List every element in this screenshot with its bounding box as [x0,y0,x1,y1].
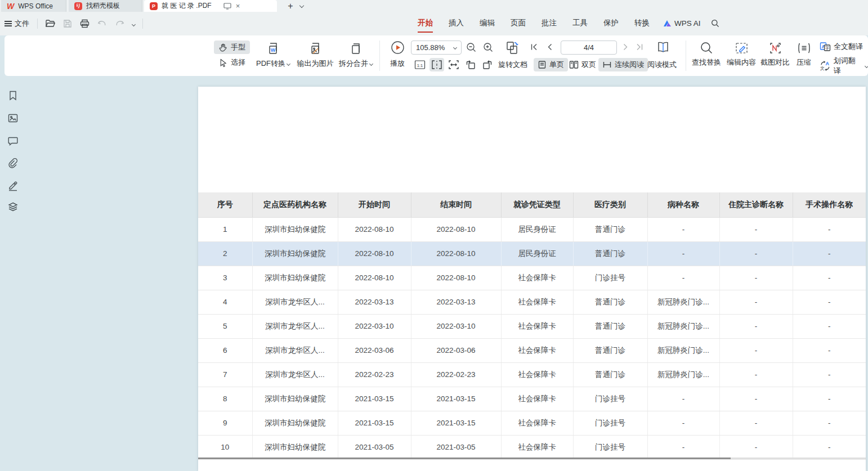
edit-content-button[interactable]: 编辑内容 [725,41,758,68]
table-cell: 2022-08-10 [411,266,501,290]
single-page-toggle[interactable]: 单页 [534,58,568,71]
screenshot-compare-button[interactable]: 截图对比 [759,41,791,68]
print-icon[interactable] [80,19,90,28]
compress-button[interactable]: 压缩 [791,41,816,68]
page-number-input[interactable]: 4/4 [561,41,617,55]
menu-edit[interactable]: 编辑 [472,16,503,30]
zoom-in-button[interactable] [483,42,494,53]
horizontal-scrollbar-thumb[interactable] [198,457,731,459]
table-cell: - [647,217,719,241]
table-cell: 深圳市妇幼保健院 [252,411,338,435]
bookmark-panel-icon[interactable] [7,90,19,101]
word-translate-button[interactable]: A文 划词翻译 [820,56,868,76]
read-mode-label[interactable]: 阅读模式 [647,60,677,70]
pdf-convert-button[interactable]: W PDF转换 [254,41,292,69]
first-page-button[interactable] [530,43,538,51]
fit-width-button[interactable] [429,58,444,71]
open-file-icon[interactable] [45,19,55,28]
table-cell: 深圳市龙华区人... [252,290,338,314]
table-row[interactable]: 3深圳市妇幼保健院2022-08-102022-08-10社会保障卡门诊挂号--… [198,266,866,290]
table-cell: 2021-03-05 [411,435,501,459]
menu-home[interactable]: 开始 [410,16,441,30]
close-tab-icon[interactable]: × [236,2,240,10]
table-cell: 社会保障卡 [501,435,573,459]
last-page-button[interactable] [636,43,644,51]
redo-icon[interactable] [115,20,124,28]
table-cell: 2 [198,241,252,266]
tab-docer-templates[interactable]: り 找稻壳模板 [69,0,142,12]
share-screen-icon[interactable] [223,3,231,10]
table-cell: 门诊挂号 [573,411,647,435]
hamburger-icon [5,19,12,28]
table-cell: - [793,217,866,241]
rotate-pages-button[interactable] [504,40,520,56]
table-header-row: 序号定点医药机构名称开始时间结束时间就诊凭证类型医疗类别病种名称住院主诊断名称手… [198,192,866,217]
table-row[interactable]: 9深圳市妇幼保健院2021-03-152021-03-15社会保障卡门诊挂号--… [198,411,866,435]
table-row[interactable]: 8深圳市妇幼保健院2021-03-152021-03-15社会保障卡门诊挂号--… [198,387,866,411]
actual-size-button[interactable]: 1:1 [413,58,427,71]
undo-icon[interactable] [97,20,107,28]
full-translate-button[interactable]: A字 全文翻译 [820,42,868,52]
menu-page[interactable]: 页面 [503,16,534,30]
comment-panel-icon[interactable] [7,135,19,146]
table-cell: 普通门诊 [573,290,647,314]
quickbar-chevron-icon[interactable] [132,23,135,26]
table-row[interactable]: 7深圳市龙华区人...2022-02-232022-02-23社会保障卡普通门诊… [198,362,866,387]
table-header-cell: 医疗类别 [573,192,647,217]
table-cell: 4 [198,290,252,314]
select-tool-button[interactable]: 选择 [214,56,250,69]
compress-label: 压缩 [797,57,811,68]
table-cell: 2021-03-15 [338,411,411,435]
split-merge-button[interactable]: 拆分合并 [338,41,374,69]
menu-bar: 开始 插入 编辑 页面 批注 工具 保护 转换 WPS AI [410,16,724,30]
chevron-down-icon [865,64,868,68]
prev-page-button[interactable] [546,43,553,51]
rotate-right-button[interactable] [480,58,495,71]
table-header-cell: 手术操作名称 [793,192,866,217]
table-row[interactable]: 2深圳市妇幼保健院2022-08-102022-08-10居民身份证普通门诊--… [198,241,866,266]
rotate-left-button[interactable] [463,58,478,71]
play-button[interactable]: 播放 [386,41,409,69]
table-cell: 2022-02-23 [338,362,411,387]
table-cell: 2022-03-06 [338,338,411,362]
menu-search-button[interactable] [706,17,724,30]
menu-wps-ai[interactable]: WPS AI [657,17,706,30]
signature-panel-icon[interactable] [7,180,19,191]
menu-comment[interactable]: 批注 [534,16,565,30]
layers-panel-icon[interactable] [7,201,19,213]
actual-size-icon: 1:1 [414,60,426,70]
rotate-doc-label[interactable]: 旋转文档 [498,60,527,70]
table-cell: - [793,435,866,459]
table-cell: 门诊挂号 [573,387,647,411]
find-replace-button[interactable]: 查找替换 [690,41,723,68]
table-cell: - [793,387,866,411]
zoom-out-button[interactable] [466,42,477,53]
table-row[interactable]: 1深圳市妇幼保健院2022-08-102022-08-10居民身份证普通门诊--… [198,217,866,241]
find-replace-icon [700,41,714,55]
table-row[interactable]: 4深圳市龙华区人...2022-03-132022-03-13社会保障卡普通门诊… [198,290,866,314]
menu-protect[interactable]: 保护 [596,16,627,30]
read-mode-button-icon[interactable] [655,40,671,55]
menu-insert[interactable]: 插入 [441,16,472,30]
continuous-read-toggle[interactable]: 连续阅读 [598,58,648,71]
fit-page-button[interactable] [446,58,461,71]
tab-wps-office[interactable]: W WPS Office [1,0,66,12]
file-menu-button[interactable]: 文件 [0,19,34,29]
thumbnail-panel-icon[interactable] [7,113,19,124]
new-tab-button[interactable]: + [284,0,297,12]
next-page-button[interactable] [623,43,629,51]
hand-tool-button[interactable]: 手型 [214,41,250,54]
single-page-icon [538,60,547,69]
export-image-button[interactable]: 输出为图片 [296,41,334,69]
pdf-page[interactable]: 序号定点医药机构名称开始时间结束时间就诊凭证类型医疗类别病种名称住院主诊断名称手… [198,87,866,471]
menu-convert[interactable]: 转换 [627,16,657,30]
save-icon[interactable] [63,19,72,28]
table-row[interactable]: 10深圳市妇幼保健院2021-03-052021-03-05社会保障卡门诊挂号-… [198,435,866,459]
menu-tools[interactable]: 工具 [565,16,596,30]
attachment-panel-icon[interactable] [7,158,19,169]
tab-list-chevron-icon[interactable] [299,3,304,8]
zoom-level-combobox[interactable]: 105.88% [411,41,462,55]
tab-document-pdf[interactable]: P 就 医 记 录 .PDF × [144,0,277,12]
table-row[interactable]: 5深圳市龙华区人...2022-03-102022-03-10社会保障卡普通门诊… [198,314,866,338]
table-row[interactable]: 6深圳市龙华区人...2022-03-062022-03-06社会保障卡普通门诊… [198,338,866,362]
